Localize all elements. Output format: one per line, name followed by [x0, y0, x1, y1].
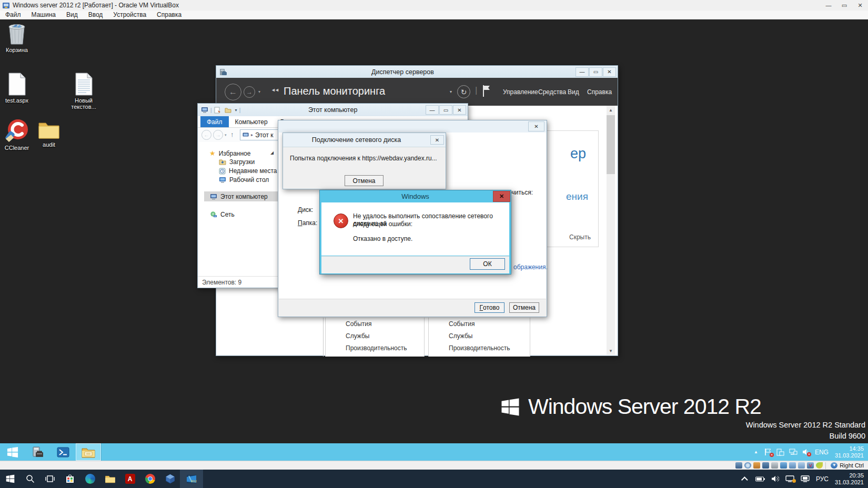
wizard-titlebar: ✕	[278, 120, 547, 133]
close-icon[interactable]: ✕	[852, 1, 868, 10]
sidebar-item-this-pc[interactable]: Этот компьютер	[210, 193, 268, 200]
minimize-icon[interactable]: —	[821, 1, 836, 10]
qat-new-folder-icon[interactable]	[225, 107, 231, 113]
tile-row-events[interactable]: События	[326, 318, 424, 330]
maximize-icon[interactable]: ▭	[836, 1, 852, 10]
tile-row-performance[interactable]: Производительность	[429, 342, 530, 354]
minimize-icon[interactable]: —	[576, 67, 589, 77]
sidebar-item-favorites[interactable]: ★ Избранное	[209, 149, 250, 157]
sidebar-item-recent-places[interactable]: Недавние места	[219, 167, 277, 175]
vm-taskbar-explorer[interactable]	[76, 443, 101, 461]
forward-icon[interactable]: →	[244, 86, 255, 98]
host-explorer-icon[interactable]	[100, 470, 120, 488]
host-clock[interactable]: 20:35 31.03.2021	[835, 472, 864, 486]
host-network-icon[interactable]	[801, 475, 810, 482]
up-icon[interactable]: ↑	[230, 130, 234, 138]
forward-icon[interactable]: →	[213, 130, 223, 140]
close-icon[interactable]: ✕	[453, 105, 466, 115]
host-acrobat-icon[interactable]: A	[120, 470, 140, 488]
desktop-icon-ccleaner[interactable]: CCleaner	[0, 118, 34, 151]
breadcrumb-root-icon[interactable]: ◄◄	[271, 87, 278, 93]
vm-taskbar-powershell[interactable]	[51, 443, 76, 461]
desktop-icon-test-aspx[interactable]: test.aspx	[0, 73, 34, 104]
cast-status-icon[interactable]	[785, 475, 794, 482]
webdav-link-fragment[interactable]: ображения.	[513, 263, 548, 271]
network-status-icon	[762, 462, 769, 469]
host-virtualbox-icon[interactable]	[160, 470, 180, 488]
cancel-button[interactable]: Отмена	[509, 302, 539, 313]
scrollbar-thumb[interactable]	[607, 115, 615, 174]
sidebar-item-network[interactable]: Сеть	[210, 211, 235, 218]
tray-chevron-up-icon[interactable]	[741, 476, 748, 483]
qat-properties-icon[interactable]	[214, 107, 221, 114]
sidebar-item-desktop[interactable]: Рабочий стол	[219, 176, 269, 184]
desktop-icon-audit-folder[interactable]: audit	[32, 120, 66, 148]
sm-menu-help[interactable]: Справка	[587, 88, 612, 96]
sm-menu-view[interactable]: Вид	[568, 88, 579, 96]
close-icon[interactable]: ✕	[603, 67, 616, 77]
close-icon[interactable]: ✕	[430, 135, 444, 145]
host-chrome-icon[interactable]	[140, 470, 160, 488]
tray-network-icon[interactable]	[789, 449, 798, 455]
maximize-icon[interactable]: ▭	[439, 105, 452, 115]
menu-input[interactable]: Ввод	[83, 11, 108, 18]
sidebar-item-downloads[interactable]: Загрузки	[219, 158, 255, 166]
vm-taskbar-server-manager[interactable]	[25, 443, 51, 461]
cancel-button[interactable]: Отмена	[345, 175, 383, 186]
tab-file[interactable]: Файл	[200, 116, 229, 127]
host-store-icon[interactable]	[60, 470, 80, 488]
refresh-icon[interactable]: ↻	[457, 85, 470, 98]
welcome-link-fragment[interactable]: ения	[566, 191, 588, 202]
menu-devices[interactable]: Устройства	[108, 11, 152, 18]
tray-server-manager-icon[interactable]	[776, 449, 784, 456]
close-icon[interactable]: ✕	[528, 121, 544, 131]
menu-help[interactable]: Справка	[152, 11, 187, 18]
sm-menu-manage[interactable]: Управление	[503, 88, 538, 96]
host-start-button[interactable]	[0, 470, 20, 488]
host-language-indicator[interactable]: РУС	[816, 475, 829, 483]
back-icon[interactable]: ←	[225, 84, 241, 100]
sm-menu-tools[interactable]: Средства	[538, 88, 566, 96]
scroll-down-icon[interactable]: ▼	[607, 347, 615, 355]
breadcrumb-dropdown-icon[interactable]: ▾	[450, 89, 452, 94]
host-volume-icon[interactable]	[771, 475, 779, 482]
tile-row-events[interactable]: События	[429, 318, 530, 330]
minimize-icon[interactable]: —	[426, 105, 439, 115]
tile-row-services[interactable]: Службы	[429, 330, 530, 342]
ok-button[interactable]: ОК	[470, 258, 505, 270]
svg-text:2012: 2012	[191, 480, 197, 483]
qat-customize-icon[interactable]: ▾	[235, 108, 237, 113]
menu-view[interactable]: Вид	[61, 11, 83, 18]
maximize-icon[interactable]: ▭	[589, 67, 602, 77]
tray-expand-icon[interactable]: ▲	[754, 450, 758, 454]
back-icon[interactable]: ←	[201, 130, 211, 140]
tile-row-performance[interactable]: Производительность	[326, 342, 424, 354]
nav-dropdown-icon[interactable]: ▾	[258, 89, 260, 94]
battery-icon[interactable]	[755, 476, 765, 482]
sm-scrollbar[interactable]: ▲ ▼	[607, 106, 615, 355]
notifications-flag-icon[interactable]	[482, 84, 491, 98]
host-task-view-icon[interactable]	[40, 470, 60, 488]
vm-language-indicator[interactable]: ENG	[815, 449, 829, 456]
history-dropdown-icon[interactable]: ▾	[225, 133, 227, 137]
host-vm-window-button[interactable]: 2012	[180, 470, 203, 488]
breadcrumb[interactable]: Панель мониторинга	[284, 85, 385, 97]
vm-start-button[interactable]	[0, 443, 25, 461]
desktop-icon-new-text-doc[interactable]: Новый текстов...	[66, 73, 101, 110]
host-search-icon[interactable]	[20, 470, 40, 488]
menu-machine[interactable]: Машина	[26, 11, 61, 18]
volume-icon[interactable]: ✕	[802, 449, 810, 455]
host-edge-icon[interactable]	[80, 470, 100, 488]
close-icon[interactable]: ✕	[493, 191, 510, 202]
action-center-flag-icon[interactable]: ✕	[764, 448, 772, 456]
finish-button[interactable]: Готово	[475, 302, 504, 313]
hide-welcome-link[interactable]: Скрыть	[569, 233, 591, 241]
tile-row-services[interactable]: Службы	[326, 330, 424, 342]
branding-product-name: Windows Server 2012 R2	[528, 394, 761, 419]
menu-file[interactable]: Файл	[0, 11, 26, 18]
vm-clock[interactable]: 14:35 31.03.2021	[835, 445, 864, 459]
scroll-up-icon[interactable]: ▲	[607, 106, 615, 114]
expand-icon[interactable]: ◢	[270, 150, 274, 155]
desktop-icon-recycle-bin[interactable]: Корзина	[0, 22, 34, 53]
tab-computer[interactable]: Компьютер	[229, 116, 274, 127]
